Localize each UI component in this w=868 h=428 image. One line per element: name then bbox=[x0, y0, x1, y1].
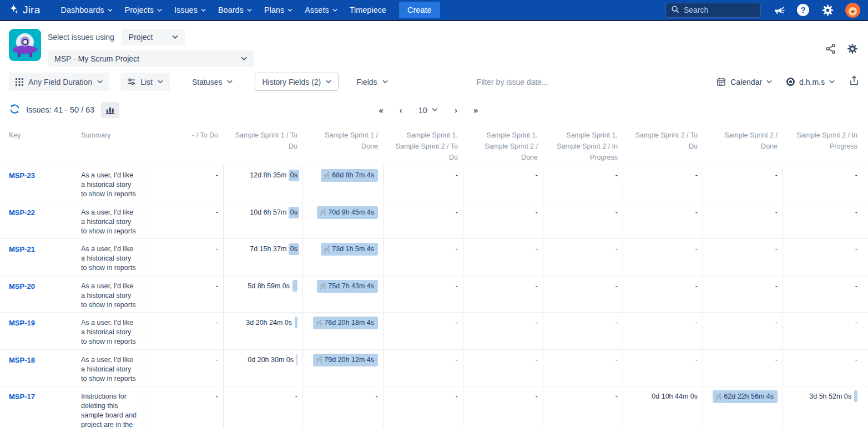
nav-menu: DashboardsProjectsIssuesBoardsPlansAsset… bbox=[54, 0, 392, 21]
nav-item-assets[interactable]: Assets bbox=[299, 0, 344, 21]
issue-key-link[interactable]: MSP-21 bbox=[9, 245, 35, 253]
sliders-icon bbox=[127, 78, 135, 86]
search-box[interactable] bbox=[665, 3, 761, 18]
issue-key-link[interactable]: MSP-20 bbox=[9, 282, 35, 291]
time-format-dropdown[interactable]: d.h.m.s bbox=[786, 78, 835, 86]
duration-cell: 0d 10h 44m 0s bbox=[623, 386, 703, 428]
duration-cell: - bbox=[543, 202, 623, 239]
share-icon[interactable] bbox=[825, 43, 836, 57]
duration-cell: - bbox=[543, 276, 623, 313]
column-header[interactable]: Sample Sprint 2 / To Do bbox=[623, 130, 703, 165]
chart-view-button[interactable] bbox=[101, 102, 119, 118]
issue-key-link[interactable]: MSP-23 bbox=[9, 171, 35, 180]
report-type-dropdown[interactable]: Any Field Duration bbox=[9, 73, 109, 91]
help-icon[interactable]: ? bbox=[796, 3, 810, 17]
duration-unit-highlight: 0s bbox=[289, 170, 299, 181]
calendar-dropdown[interactable]: Calendar bbox=[716, 77, 772, 86]
pagination-last-button[interactable]: » bbox=[473, 105, 477, 115]
duration-unit-highlight: 0s bbox=[289, 207, 299, 218]
duration-cell: - bbox=[383, 313, 463, 349]
duration-cell: 70d 9h 45m 4s bbox=[302, 202, 383, 239]
pagination-next-button[interactable]: › bbox=[455, 105, 457, 115]
issues-bar: Issues: 41 - 50 / 63 « ‹ 10 › » bbox=[0, 94, 868, 125]
app-header: Select issues using Project MSP - My Scr… bbox=[0, 21, 868, 69]
duration-cell: - bbox=[144, 386, 223, 428]
pagination: « ‹ 10 › » bbox=[379, 105, 477, 115]
jira-logo-text: Jira bbox=[23, 4, 40, 16]
fields-dropdown[interactable]: Fields bbox=[350, 73, 394, 91]
duration-cell: - bbox=[703, 276, 783, 313]
duration-badge-sliver bbox=[296, 354, 297, 365]
column-header[interactable]: Sample Sprint 1, Sample Sprint 2 / To Do bbox=[383, 130, 463, 165]
search-input[interactable] bbox=[684, 6, 750, 14]
jira-logo[interactable]: Jira bbox=[8, 3, 40, 17]
table-row: MSP-22As a user, I'd like a historical s… bbox=[0, 202, 868, 240]
issue-key-link[interactable]: MSP-19 bbox=[9, 319, 35, 327]
duration-cell: - bbox=[783, 276, 862, 313]
history-fields-dropdown[interactable]: History Fields (2) bbox=[255, 73, 339, 91]
column-header[interactable]: Sample Sprint 1, Sample Sprint 2 / In Pr… bbox=[543, 130, 623, 165]
duration-cell: 3d 5h 52m 0s bbox=[783, 386, 862, 428]
table-row: MSP-18As a user, I'd like a historical s… bbox=[0, 350, 868, 387]
issue-key-link[interactable]: MSP-22 bbox=[9, 208, 35, 217]
user-avatar[interactable] bbox=[845, 3, 860, 18]
column-header[interactable]: Sample Sprint 2 / In Progress bbox=[783, 130, 862, 165]
pagination-first-button[interactable]: « bbox=[379, 105, 382, 115]
table-row: MSP-21As a user, I'd like a historical s… bbox=[0, 239, 868, 276]
issue-summary-cell: As a user, I'd like a historical story t… bbox=[76, 313, 144, 349]
view-dropdown[interactable]: List bbox=[120, 73, 170, 91]
settings-gear-icon[interactable] bbox=[821, 3, 834, 17]
export-icon[interactable] bbox=[849, 75, 859, 88]
issue-key-link[interactable]: MSP-18 bbox=[9, 356, 35, 364]
duration-cell: - bbox=[783, 165, 862, 202]
nav-item-timepiece[interactable]: Timepiece bbox=[344, 0, 392, 21]
statuses-dropdown[interactable]: Statuses bbox=[185, 73, 239, 91]
duration-format-icon bbox=[786, 78, 795, 86]
duration-cell: - bbox=[463, 165, 543, 202]
nav-item-boards[interactable]: Boards bbox=[212, 0, 258, 21]
duration-cell: - bbox=[623, 239, 703, 276]
duration-cell: - bbox=[383, 276, 463, 313]
duration-cell: - bbox=[543, 165, 623, 202]
gear-icon[interactable] bbox=[847, 43, 858, 57]
issue-date-filter[interactable]: Filter by issue date... bbox=[477, 78, 548, 86]
issue-key-link[interactable]: MSP-17 bbox=[9, 393, 35, 401]
duration-cell: - bbox=[302, 386, 383, 428]
nav-item-issues[interactable]: Issues bbox=[168, 0, 212, 21]
page-size-dropdown[interactable]: 10 bbox=[418, 105, 438, 114]
table-row: MSP-23As a user, I'd like a historical s… bbox=[0, 165, 868, 202]
duration-cell: - bbox=[623, 165, 703, 202]
nav-item-plans[interactable]: Plans bbox=[258, 0, 299, 21]
duration-cell: - bbox=[383, 239, 463, 276]
issue-summary-cell: As a user, I'd like a historical story t… bbox=[76, 276, 144, 313]
pagination-prev-button[interactable]: ‹ bbox=[400, 105, 402, 115]
refresh-icon[interactable] bbox=[9, 103, 21, 117]
duration-cell: 0d 20h 30m 0s bbox=[223, 350, 302, 386]
ufo-leg bbox=[29, 53, 32, 57]
runner-icon bbox=[715, 393, 723, 401]
column-header[interactable]: Summary bbox=[76, 130, 144, 165]
column-header[interactable]: Sample Sprint 1 / To Do bbox=[223, 130, 302, 165]
column-header[interactable]: Sample Sprint 1 / Done bbox=[302, 130, 383, 165]
current-status-duration-badge: 68d 8h 7m 4s bbox=[321, 169, 378, 182]
column-header[interactable]: - / To Do bbox=[144, 130, 223, 165]
duration-cell: 75d 7h 43m 4s bbox=[302, 276, 383, 313]
project-dropdown[interactable]: MSP - My Scrum Project bbox=[48, 50, 254, 67]
column-header[interactable]: Key bbox=[0, 130, 76, 165]
issue-source-dropdown[interactable]: Project bbox=[122, 29, 185, 45]
duration-cell: - bbox=[783, 239, 862, 276]
duration-cell: 68d 8h 7m 4s bbox=[302, 165, 383, 202]
table-row: MSP-20As a user, I'd like a historical s… bbox=[0, 276, 868, 313]
nav-item-projects[interactable]: Projects bbox=[119, 0, 168, 21]
announcement-icon[interactable] bbox=[772, 3, 785, 17]
duration-cell: - bbox=[383, 165, 463, 202]
current-status-duration-badge: 73d 1h 5m 4s bbox=[321, 243, 378, 256]
current-status-duration-badge: 76d 20h 18m 4s bbox=[313, 317, 378, 329]
duration-badge-sliver bbox=[854, 390, 857, 402]
duration-cell: - bbox=[703, 165, 783, 202]
nav-item-dashboards[interactable]: Dashboards bbox=[54, 0, 118, 21]
ufo-eye bbox=[21, 37, 29, 47]
column-header[interactable]: Sample Sprint 1, Sample Sprint 2 / Done bbox=[463, 130, 543, 165]
create-button[interactable]: Create bbox=[399, 2, 440, 18]
column-header[interactable]: Sample Sprint 2 / Done bbox=[703, 130, 783, 165]
